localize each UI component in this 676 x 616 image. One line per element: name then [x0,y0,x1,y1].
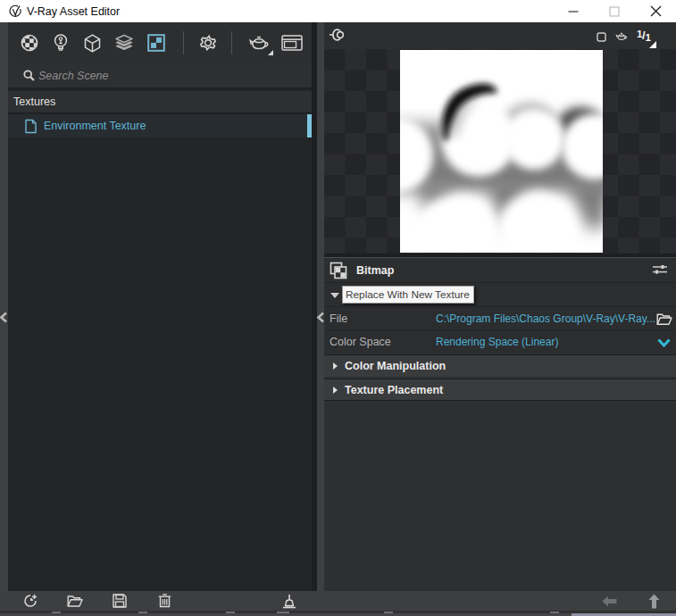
purge-unused-button[interactable] [267,591,312,611]
settings-gear-icon[interactable] [193,29,225,57]
bitmap-header[interactable]: Bitmap [324,257,676,282]
slot-connection-icon[interactable] [330,29,344,41]
preview-pages-indicator[interactable]: 1/1 [637,29,651,42]
window-frame-glyph [280,33,304,53]
asset-list-panel: Search Scene Textures Environment Textur… [8,22,312,591]
bitmap-icon [330,262,347,279]
layers-glyph [113,32,135,54]
vray-asset-editor-window: V-Ray Asset Editor [0,0,676,616]
open-file-button[interactable] [53,591,97,611]
list-item-environment-texture[interactable]: Environment Texture [8,114,312,137]
search-icon [23,70,35,81]
frame-buffer-icon[interactable] [277,29,309,57]
color-space-value[interactable]: Rendering Space (Linear) [436,336,558,348]
add-asset-button[interactable] [8,591,53,611]
file-row: File C:\Program Files\Chaos Group\V-Ray\… [324,306,676,329]
properties-panel: 1/1 [324,22,676,591]
tooltip-text: Replace With New Texture [346,288,470,301]
color-space-row: Color Space Rendering Space (Linear) [324,329,676,353]
texture-preview-image[interactable] [400,50,603,253]
open-folder-icon [67,595,83,608]
tooltip: Replace With New Texture [342,286,474,304]
bottom-toolbar-nav [587,591,676,611]
texture-preview-area [324,49,676,254]
maximize-icon [609,6,620,17]
search-placeholder: Search Scene [38,70,109,82]
maximize-button[interactable] [594,0,635,22]
collapsed-caret-icon [333,362,338,370]
parameter-rollout: Bitmap Replace With New Texture F [324,254,676,591]
list-item-label: Environment Texture [44,120,146,132]
lightbulb-glyph [51,33,71,53]
lights-icon[interactable] [46,29,78,57]
collapsed-caret-icon [333,387,338,394]
sliver-mark [550,612,559,613]
dropdown-arrow-icon [330,293,339,298]
textures-icon[interactable] [140,29,172,57]
render-teapot-icon[interactable] [243,29,275,57]
broom-icon [281,594,297,609]
left-collapse-handle[interactable] [0,22,8,591]
group-label: Textures [13,96,55,108]
up-button[interactable] [631,591,676,611]
texture-slot-row: Replace With New Texture [324,282,676,306]
search-input[interactable]: Search Scene [8,63,312,89]
sliver-mark [384,612,393,613]
right-collapse-handle[interactable] [317,22,324,591]
sliver-mark [52,612,61,613]
minimize-button[interactable] [553,0,594,22]
trash-icon [158,594,171,608]
toolbar-separator [231,31,232,54]
browse-file-button[interactable] [655,311,672,328]
folder-icon [656,312,672,326]
add-asset-icon [23,594,38,609]
texture-file-icon [24,119,38,134]
section-label: Texture Placement [345,384,443,396]
file-path-value[interactable]: C:\Program Files\Chaos Group\V-Ray\V-Ray… [436,312,655,325]
file-label: File [330,312,347,325]
delete-button[interactable] [142,591,187,611]
titlebar: V-Ray Asset Editor [0,0,676,22]
color-space-label: Color Space [330,336,391,348]
list-scrollbar-thumb[interactable] [307,114,312,137]
replace-texture-dropdown[interactable] [328,287,342,303]
geometry-icon[interactable] [77,29,109,57]
background-app-sliver [0,611,676,616]
materials-sphere-glyph [20,33,39,53]
save-icon [113,594,127,608]
page-number-top: 1 [637,29,642,39]
minimize-icon [568,6,579,17]
close-button[interactable] [635,0,676,22]
color-space-dropdown[interactable] [655,334,672,351]
sliver-mark [277,612,289,613]
back-button[interactable] [587,591,631,611]
toolbar-separator [183,31,184,54]
window-title: V-Ray Asset Editor [27,5,120,18]
save-button[interactable] [97,591,142,611]
asset-toolbar [8,22,312,63]
bottom-toolbar-icons [8,591,187,611]
section-texture-placement[interactable]: Texture Placement [324,379,676,401]
window-controls [553,0,676,22]
render-dropdown-indicator [268,50,273,55]
layers-icon[interactable] [109,29,141,57]
bottom-toolbar [0,591,676,611]
sliver-mark [226,612,235,613]
back-arrow-icon [602,595,617,607]
up-arrow-icon [648,594,660,609]
textures-group-header[interactable]: Textures [8,91,312,113]
bitmap-header-label: Bitmap [356,264,394,277]
materials-icon[interactable] [13,29,46,57]
pages-dropdown-indicator [649,41,656,48]
section-color-manipulation[interactable]: Color Manipulation [324,354,676,377]
section-label: Color Manipulation [345,360,446,372]
options-sliders-icon[interactable] [653,264,667,275]
cube-glyph [82,33,103,54]
editor-body: Search Scene Textures Environment Textur… [0,22,676,616]
preview-teapot-icon[interactable] [614,31,629,42]
checker-square-glyph [147,34,165,52]
vray-logo-icon [9,4,22,18]
preview-toolbar: 1/1 [324,22,676,49]
preview-square-icon[interactable] [597,32,606,42]
sliver-mark [138,612,147,613]
